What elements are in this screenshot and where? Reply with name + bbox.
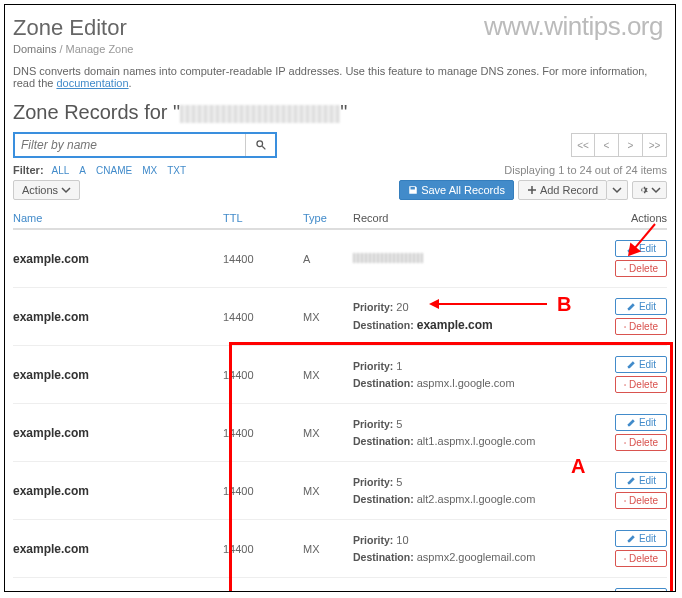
record-ttl: 14400 [223,427,303,439]
gear-icon [638,185,648,195]
delete-button[interactable]: Delete [615,550,667,567]
record-destination: example.com [417,318,493,332]
record-ttl: 14400 [223,543,303,555]
edit-button[interactable]: Edit [615,298,667,315]
trash-icon [624,322,626,332]
record-name: example.com [13,252,89,266]
pencil-icon [626,418,636,428]
zone-records-heading: Zone Records for "" [13,101,667,124]
table-row: example.com14400MXPriority: 20Destinatio… [13,288,667,346]
plus-icon [527,185,537,195]
page-title: Zone Editor [13,15,667,41]
record-destination: aspmx.l.google.com [417,377,515,389]
record-priority: 5 [396,418,402,430]
search-icon [256,140,266,150]
pencil-icon [626,476,636,486]
pager-first[interactable]: << [571,133,595,157]
record-destination: alt2.aspmx.l.google.com [417,493,536,505]
settings-dropdown[interactable] [632,181,667,199]
col-actions: Actions [631,212,667,224]
priority-label: Priority: [353,534,393,546]
save-all-records-button[interactable]: Save All Records [399,180,514,200]
add-record-button[interactable]: Add Record [518,180,607,200]
edit-button[interactable]: Edit [615,356,667,373]
breadcrumb-root[interactable]: Domains [13,43,56,55]
destination-label: Destination: [353,319,414,331]
record-type: MX [303,369,353,381]
documentation-link[interactable]: documentation [56,77,128,89]
pencil-icon [626,360,636,370]
delete-button[interactable]: Delete [615,376,667,393]
chevron-down-icon [61,185,71,195]
pager: << < > >> [571,133,667,157]
actions-dropdown[interactable]: Actions [13,180,80,200]
filter-txt[interactable]: TXT [167,165,186,176]
record-type: MX [303,311,353,323]
table-header: Name TTL Type Record Actions [13,206,667,230]
edit-button[interactable]: Edit [615,588,667,592]
table-row: example.com14400MXPriority: 1Destination… [13,346,667,404]
record-type: MX [303,543,353,555]
edit-button[interactable]: Edit [615,414,667,431]
destination-label: Destination: [353,493,414,505]
table-row: example.com14400AEditDelete [13,230,667,288]
pencil-icon [626,302,636,312]
destination-label: Destination: [353,551,414,563]
record-name: example.com [13,484,89,498]
delete-button[interactable]: Delete [615,260,667,277]
filter-a[interactable]: A [79,165,86,176]
pager-next[interactable]: > [619,133,643,157]
record-type: MX [303,485,353,497]
pager-prev[interactable]: < [595,133,619,157]
record-ttl: 14400 [223,311,303,323]
search-input[interactable] [15,134,245,156]
table-row: example.com14400MXPriority: 10Destinatio… [13,578,667,592]
record-destination: alt1.aspmx.l.google.com [417,435,536,447]
col-name[interactable]: Name [13,212,42,224]
record-destination: aspmx2.googlemail.com [417,551,536,563]
trash-icon [624,438,626,448]
trash-icon [624,496,626,506]
redacted-ip [353,253,423,263]
destination-label: Destination: [353,435,414,447]
priority-label: Priority: [353,360,393,372]
priority-label: Priority: [353,418,393,430]
delete-button[interactable]: Delete [615,434,667,451]
destination-label: Destination: [353,377,414,389]
record-priority: 20 [396,301,408,313]
delete-button[interactable]: Delete [615,318,667,335]
pager-last[interactable]: >> [643,133,667,157]
redacted-domain [180,105,340,123]
table-row: example.com14400MXPriority: 5Destination… [13,462,667,520]
breadcrumb-current: Manage Zone [66,43,134,55]
save-icon [408,185,418,195]
filter-search-box [13,132,277,158]
trash-icon [624,380,626,390]
record-name: example.com [13,310,89,324]
chevron-down-icon [612,185,622,195]
add-record-caret[interactable] [607,180,628,200]
svg-line-1 [262,146,265,149]
record-ttl: 14400 [223,253,303,265]
edit-button[interactable]: Edit [615,472,667,489]
priority-label: Priority: [353,476,393,488]
table-row: example.com14400MXPriority: 10Destinatio… [13,520,667,578]
search-button[interactable] [245,134,275,156]
filter-label: Filter: [13,164,44,176]
priority-label: Priority: [353,301,393,313]
record-name: example.com [13,426,89,440]
record-priority: 1 [396,360,402,372]
record-type: MX [303,427,353,439]
col-type[interactable]: Type [303,212,327,224]
col-ttl[interactable]: TTL [223,212,243,224]
filter-all[interactable]: All [52,165,70,176]
col-record: Record [353,212,388,224]
filter-mx[interactable]: MX [142,165,157,176]
pencil-icon [626,592,636,593]
edit-button[interactable]: Edit [615,530,667,547]
svg-point-0 [256,141,262,147]
delete-button[interactable]: Delete [615,492,667,509]
filter-cname[interactable]: CNAME [96,165,132,176]
pencil-icon [626,534,636,544]
edit-button[interactable]: Edit [615,240,667,257]
